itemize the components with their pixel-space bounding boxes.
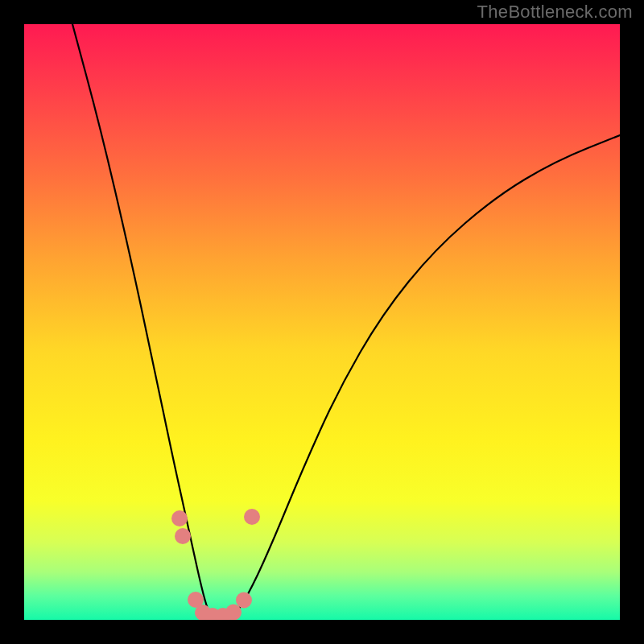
trough-marker xyxy=(236,592,252,609)
trough-marker xyxy=(225,605,242,621)
trough-marker xyxy=(195,605,211,620)
trough-markers-group xyxy=(171,509,260,620)
trough-marker xyxy=(171,510,188,526)
bottleneck-curve xyxy=(72,24,620,619)
trough-marker xyxy=(175,528,191,544)
plot-area xyxy=(24,24,620,620)
trough-marker xyxy=(215,608,231,620)
trough-marker xyxy=(244,509,260,525)
watermark-text: TheBottleneck.com xyxy=(477,2,633,23)
trough-marker xyxy=(188,592,204,608)
chart-frame: TheBottleneck.com xyxy=(0,0,644,644)
curve-svg xyxy=(24,24,620,620)
trough-marker xyxy=(204,608,221,620)
